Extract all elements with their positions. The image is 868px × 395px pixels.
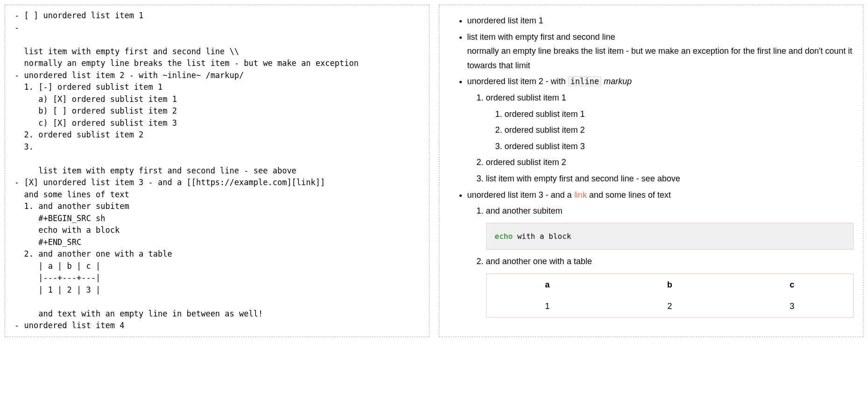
item-text: ordered sublist item 3 xyxy=(505,142,585,151)
table-row: 1 2 3 xyxy=(486,295,854,317)
code-block: echo with a block xyxy=(486,223,854,250)
table-header: c xyxy=(731,273,853,295)
item-text: list item with empty first and second li… xyxy=(486,174,680,183)
item-text: and some lines of text xyxy=(587,190,671,200)
source-pane: - [ ] unordered list item 1 - list item … xyxy=(5,5,430,337)
list-item: and another one with a table a b c 1 2 3 xyxy=(486,254,854,318)
top-list: unordered list item 1 list item with emp… xyxy=(449,14,854,318)
table-row: a b c xyxy=(486,273,854,295)
ordered-sublist: ordered sublist item 1 ordered sublist i… xyxy=(467,91,854,186)
table-header: a xyxy=(486,273,608,295)
org-source-text: - [ ] unordered list item 1 - list item … xyxy=(14,10,420,332)
item-text: ordered sublist item 1 xyxy=(486,93,566,102)
table-cell: 2 xyxy=(608,295,731,317)
item-text: unordered list item 3 - and a xyxy=(467,190,574,200)
table-cell: 1 xyxy=(486,295,608,317)
list-item: ordered sublist item 2 xyxy=(505,123,854,137)
list-item: and another subitem echo with a block xyxy=(486,204,854,250)
item-text: ordered sublist item 2 xyxy=(505,125,585,135)
code-text: with a block xyxy=(513,232,571,241)
list-item: unordered list item 2 - with inline mark… xyxy=(467,74,854,186)
item-text: list item with empty first and second li… xyxy=(467,32,615,42)
italic-text: markup xyxy=(604,77,632,86)
list-item: list item with empty first and second li… xyxy=(467,30,854,73)
list-item: ordered sublist item 2 xyxy=(486,155,854,170)
table-cell: 3 xyxy=(731,295,853,317)
inline-code: inline xyxy=(568,76,601,86)
item-text: and another one with a table xyxy=(486,257,592,266)
nested-ordered-list: ordered sublist item 1 ordered sublist i… xyxy=(486,107,854,154)
item-text: normally an empty line breaks the list i… xyxy=(467,46,853,70)
list-item: unordered list item 1 xyxy=(467,14,854,28)
table-header: b xyxy=(608,273,731,295)
item-text: ordered sublist item 1 xyxy=(505,109,585,119)
item-text: unordered list item 2 - with xyxy=(467,77,568,86)
example-link[interactable]: link xyxy=(574,190,587,200)
item-text: unordered list item 1 xyxy=(467,16,543,25)
rendered-table: a b c 1 2 3 xyxy=(486,273,854,318)
list-item: ordered sublist item 3 xyxy=(505,139,854,154)
list-item: unordered list item 3 - and a link and s… xyxy=(467,188,854,318)
item-text: and another subitem xyxy=(486,206,563,215)
rendered-pane: unordered list item 1 list item with emp… xyxy=(439,5,864,337)
item-text: ordered sublist item 2 xyxy=(486,158,566,167)
ordered-sublist-2: and another subitem echo with a block an… xyxy=(467,204,854,318)
code-keyword: echo xyxy=(495,232,513,241)
list-item: ordered sublist item 1 xyxy=(505,107,854,122)
list-item: ordered sublist item 1 ordered sublist i… xyxy=(486,91,854,153)
list-item: list item with empty first and second li… xyxy=(486,172,854,186)
two-pane-layout: - [ ] unordered list item 1 - list item … xyxy=(0,0,868,342)
